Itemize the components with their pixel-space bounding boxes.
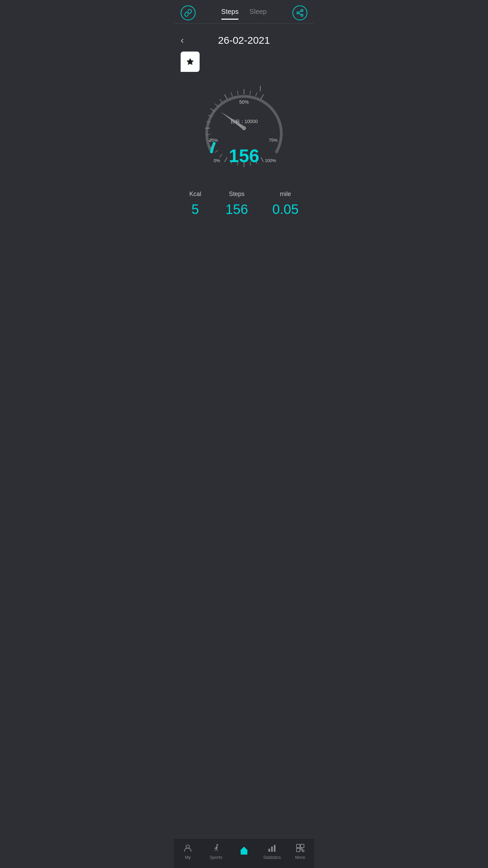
stat-label-mile: mile [280, 191, 291, 198]
svg-text:75%: 75% [269, 138, 278, 143]
svg-rect-49 [301, 844, 304, 848]
gauge-container: 50% 25% 75% 0% 100% 目标：10000 156 [174, 77, 314, 182]
svg-line-27 [231, 93, 232, 96]
svg-line-8 [261, 158, 264, 162]
svg-text:50%: 50% [239, 99, 249, 105]
svg-text:25%: 25% [209, 138, 218, 143]
svg-line-25 [220, 99, 222, 102]
svg-rect-51 [301, 848, 302, 850]
nav-label-sports: Sports [209, 855, 222, 860]
statistics-icon [267, 843, 277, 853]
share-icon-btn[interactable] [292, 5, 307, 20]
bookmark-button[interactable] [181, 52, 200, 72]
stats-row: Kcal 5 Steps 156 mile 0.05 [174, 182, 314, 838]
svg-line-30 [250, 91, 250, 95]
svg-text:156: 156 [229, 145, 259, 166]
svg-point-0 [301, 9, 303, 12]
stat-label-kcal: Kcal [189, 191, 201, 198]
svg-line-14 [225, 158, 227, 162]
header: Steps Sleep [174, 0, 314, 20]
svg-line-7 [258, 86, 263, 91]
svg-line-31 [256, 93, 257, 96]
gauge-svg: 50% 25% 75% 0% 100% 目标：10000 156 [197, 81, 291, 176]
nav-sports[interactable]: Sports [204, 843, 228, 860]
nav-statistics[interactable]: Statistics [260, 843, 284, 860]
svg-rect-48 [297, 844, 300, 848]
home-icon [239, 846, 249, 855]
svg-point-40 [242, 126, 246, 130]
nav-label-more: More [295, 855, 305, 860]
svg-point-2 [301, 14, 303, 16]
svg-rect-45 [268, 849, 270, 852]
svg-rect-47 [274, 845, 276, 852]
sports-icon [211, 843, 221, 853]
svg-line-16 [215, 150, 218, 153]
stat-value-mile: 0.05 [272, 202, 299, 217]
svg-point-43 [217, 844, 218, 846]
stat-label-steps: Steps [229, 191, 245, 198]
svg-text:0%: 0% [214, 158, 220, 163]
svg-line-4 [299, 11, 301, 13]
bottom-nav: My Sports [174, 838, 314, 868]
stat-mile: mile 0.05 [272, 191, 299, 833]
svg-point-1 [297, 12, 299, 14]
svg-text:100%: 100% [265, 158, 276, 163]
tab-steps[interactable]: Steps [221, 8, 239, 18]
nav-more[interactable]: More [288, 843, 312, 860]
stat-value-kcal: 5 [191, 202, 199, 217]
svg-line-3 [299, 14, 301, 15]
svg-line-32 [261, 94, 264, 99]
svg-line-15 [220, 154, 222, 157]
stat-kcal: Kcal 5 [189, 191, 201, 833]
person-icon [183, 843, 192, 853]
nav-home[interactable] [232, 846, 256, 857]
bookmark-container [174, 52, 314, 72]
stat-steps: Steps 156 [225, 191, 248, 833]
svg-line-28 [238, 91, 238, 95]
svg-rect-46 [271, 847, 273, 852]
svg-line-26 [225, 94, 227, 99]
nav-my[interactable]: My [176, 843, 200, 860]
more-icon [296, 843, 305, 853]
stat-value-steps: 156 [225, 202, 248, 217]
date-row: ‹ 26-02-2021 [174, 24, 314, 52]
tab-sleep[interactable]: Sleep [249, 8, 267, 18]
back-button[interactable]: ‹ [181, 35, 184, 46]
nav-label-statistics: Statistics [263, 855, 281, 860]
link-icon-btn[interactable] [181, 5, 196, 20]
date-display: 26-02-2021 [218, 35, 270, 46]
nav-label-my: My [185, 855, 191, 860]
gauge-wrapper: 50% 25% 75% 0% 100% 目标：10000 156 [197, 81, 291, 176]
tab-group: Steps Sleep [221, 8, 267, 18]
svg-rect-50 [297, 848, 300, 852]
bookmark-star-icon [186, 58, 194, 66]
svg-rect-44 [243, 852, 245, 854]
svg-line-24 [215, 104, 218, 106]
svg-rect-52 [302, 850, 304, 852]
